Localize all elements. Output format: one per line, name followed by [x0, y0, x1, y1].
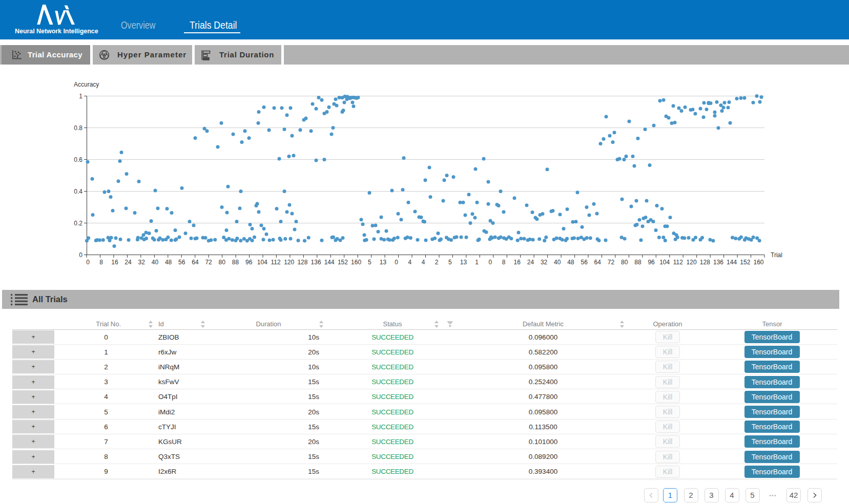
svg-text:0: 0 — [395, 259, 398, 266]
svg-text:4: 4 — [422, 259, 425, 266]
svg-text:24: 24 — [527, 259, 534, 266]
svg-text:160: 160 — [753, 259, 763, 266]
svg-text:2: 2 — [435, 259, 439, 266]
svg-text:80: 80 — [219, 259, 226, 266]
svg-text:152: 152 — [740, 259, 750, 266]
svg-text:32: 32 — [541, 259, 548, 266]
svg-text:104: 104 — [257, 259, 267, 266]
svg-text:136: 136 — [311, 259, 321, 266]
svg-text:88: 88 — [634, 259, 641, 266]
svg-text:64: 64 — [192, 259, 199, 266]
svg-text:112: 112 — [271, 259, 280, 266]
svg-text:4: 4 — [408, 259, 411, 266]
svg-text:5: 5 — [448, 259, 452, 266]
svg-text:0.8: 0.8 — [74, 124, 82, 132]
svg-text:56: 56 — [178, 259, 185, 266]
svg-text:80: 80 — [621, 259, 628, 266]
svg-text:32: 32 — [138, 259, 146, 266]
svg-text:5: 5 — [368, 259, 371, 266]
svg-text:120: 120 — [687, 259, 697, 266]
svg-text:0: 0 — [86, 259, 90, 266]
svg-text:13: 13 — [460, 259, 467, 266]
svg-text:0: 0 — [79, 251, 82, 259]
svg-text:Trial: Trial — [771, 251, 782, 259]
svg-text:128: 128 — [700, 259, 710, 266]
svg-text:16: 16 — [111, 259, 118, 266]
svg-text:104: 104 — [659, 259, 670, 266]
svg-text:8: 8 — [502, 259, 506, 266]
svg-text:8: 8 — [99, 259, 103, 266]
svg-text:96: 96 — [245, 259, 253, 266]
svg-text:16: 16 — [514, 259, 521, 266]
svg-text:0.4: 0.4 — [74, 188, 82, 195]
svg-text:112: 112 — [673, 259, 683, 266]
svg-text:48: 48 — [165, 259, 172, 266]
svg-text:128: 128 — [297, 259, 307, 266]
svg-text:40: 40 — [152, 259, 159, 266]
svg-text:13: 13 — [380, 259, 387, 266]
svg-text:1: 1 — [475, 259, 479, 266]
svg-text:40: 40 — [554, 259, 561, 266]
svg-text:72: 72 — [608, 259, 615, 266]
svg-text:0.2: 0.2 — [74, 220, 82, 227]
svg-text:88: 88 — [232, 259, 239, 266]
svg-text:0: 0 — [489, 259, 492, 266]
svg-text:Accuracy: Accuracy — [74, 81, 99, 88]
svg-text:96: 96 — [648, 259, 655, 266]
svg-text:48: 48 — [567, 259, 574, 266]
svg-text:152: 152 — [338, 259, 348, 266]
svg-text:1: 1 — [79, 93, 82, 100]
svg-text:24: 24 — [125, 259, 132, 266]
svg-text:144: 144 — [727, 259, 737, 266]
svg-text:56: 56 — [581, 259, 588, 266]
svg-text:64: 64 — [594, 259, 602, 266]
svg-text:136: 136 — [713, 259, 723, 266]
svg-text:120: 120 — [284, 259, 294, 266]
svg-text:0.6: 0.6 — [74, 156, 82, 163]
svg-text:160: 160 — [351, 259, 361, 266]
svg-text:144: 144 — [324, 259, 335, 266]
svg-text:72: 72 — [205, 259, 212, 266]
